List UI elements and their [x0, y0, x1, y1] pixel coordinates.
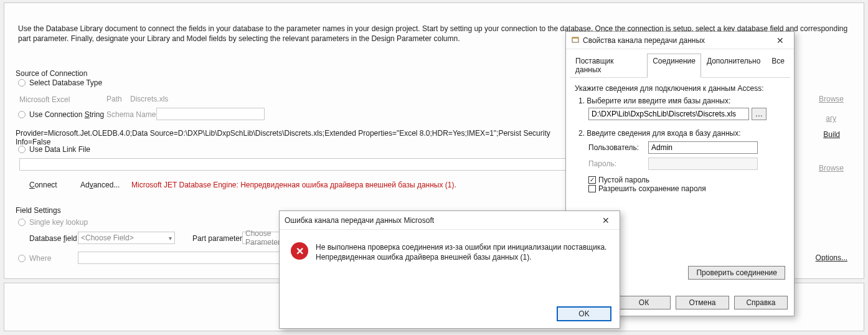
options-b: tions... [826, 253, 847, 262]
error-ok-button[interactable]: OK [557, 307, 611, 321]
props-cancel-button[interactable]: Отмена [676, 296, 729, 309]
database-field-combo-value: <Choose Field> [81, 234, 134, 242]
options-u: p [821, 253, 826, 262]
use-data-link-label: Use Data Link File [29, 145, 90, 154]
empty-password-label: Пустой пароль [598, 176, 649, 184]
error-dialog: Ошибка канала передачи данных Microsoft … [279, 210, 620, 329]
library-suffix: ary [826, 114, 836, 123]
props-intro: Укажите сведения для подключения к данны… [575, 84, 785, 93]
advanced-a: Ad [80, 181, 90, 189]
build-u: u [828, 130, 833, 139]
db-path-input[interactable] [588, 108, 749, 120]
user-input[interactable] [648, 141, 758, 154]
props-step2: 2. Введите сведения для входа в базу дан… [578, 129, 785, 138]
tab-all[interactable]: Все [766, 54, 790, 78]
database-field-a: Database [29, 234, 64, 243]
svg-rect-1 [572, 37, 578, 39]
data-link-file-input[interactable] [19, 158, 567, 171]
browse2-a: Bro [819, 164, 831, 172]
use-conn-string-text-u: S [85, 110, 90, 119]
close-icon[interactable]: ✕ [771, 34, 789, 47]
user-label: Пользователь: [588, 143, 648, 152]
where-radio[interactable] [18, 255, 26, 262]
options-a: O [816, 253, 821, 262]
select-db-type-radio[interactable] [18, 79, 26, 87]
part-parameter-label: Part parameter [192, 234, 242, 243]
empty-password-checkbox[interactable]: ✓ Пустой пароль [588, 176, 649, 184]
error-message: Не выполнена проверка соединения из-за о… [316, 242, 608, 262]
props-help-button[interactable]: Справка [734, 296, 788, 309]
tab-advanced[interactable]: Дополнительно [701, 54, 766, 78]
database-field-b: ield [65, 234, 77, 243]
pass-input [648, 158, 758, 170]
single-key-radio[interactable] [18, 219, 26, 226]
tab-provider[interactable]: Поставщик данных [570, 54, 647, 78]
test-connection-button[interactable]: Проверить соединение [688, 266, 785, 280]
save-password-label: Разрешить сохранение пароля [598, 184, 706, 193]
advanced-link[interactable]: Advanced... [80, 181, 120, 189]
connect-u: C [29, 181, 35, 189]
path-label: Path [106, 95, 122, 103]
error-titlebar: Ошибка канала передачи данных Microsoft … [280, 211, 620, 230]
single-key-label: Single key lookup [29, 218, 88, 227]
source-of-connection-label: Source of Connection [16, 69, 87, 78]
props-titlebar: Свойства канала передачи данных ✕ [566, 32, 794, 49]
advanced-b: anced... [93, 181, 120, 189]
options-button[interactable]: Options... [816, 253, 847, 262]
props-title-text: Свойства канала передачи данных [583, 36, 705, 45]
props-body: Укажите сведения для подключения к данны… [566, 78, 794, 194]
browse-db-button[interactable]: … [752, 108, 767, 120]
where-input[interactable] [78, 252, 295, 264]
tab-connection[interactable]: Соединение [647, 54, 701, 78]
save-password-checkbox[interactable]: Разрешить сохранение пароля [588, 184, 706, 193]
props-ok-button[interactable]: ОК [617, 296, 671, 309]
select-db-type-label: Select Database Type [29, 78, 102, 87]
props-tabs: Поставщик данных Соединение Дополнительн… [570, 53, 790, 78]
connect-link[interactable]: Connect [29, 181, 57, 189]
schema-name-label: Schema Name [106, 110, 156, 119]
error-icon: ✕ [291, 242, 308, 260]
browse1-a: B [819, 95, 824, 103]
database-field-combo[interactable]: <Choose Field> [78, 232, 175, 244]
pass-label: Пароль: [588, 159, 648, 168]
props-step1: 1. Выберите или введите имя базы данных: [578, 97, 785, 105]
build-b: ild [833, 130, 840, 139]
field-settings-label: Field Settings [16, 206, 61, 215]
checkbox-checked-icon: ✓ [588, 176, 596, 184]
db-type-value: Microsoft Excel [19, 95, 70, 104]
database-field-label: Database field [29, 234, 77, 243]
where-label: Where [29, 254, 51, 263]
jet-error-text: Microsoft JET Database Engine: Непредвид… [131, 181, 456, 189]
browse-2-button: Browse [819, 164, 844, 172]
build-button[interactable]: Build [823, 130, 840, 139]
checkbox-unchecked-icon [588, 185, 596, 192]
close-icon[interactable]: ✕ [597, 214, 615, 227]
browse2-b: se [836, 164, 844, 172]
browse-1-button: Browse [819, 95, 844, 103]
use-conn-string-radio[interactable] [18, 111, 26, 118]
error-title-text: Ошибка канала передачи данных Microsoft [285, 216, 434, 225]
use-conn-string-label: Use Connection String [29, 110, 104, 119]
browse2-u: w [831, 164, 836, 172]
path-value: Discrets.xls [130, 95, 168, 103]
datalink-icon [571, 36, 580, 45]
use-conn-string-text-a: Use Connection [29, 110, 85, 119]
browse1-b: owse [826, 95, 844, 103]
use-data-link-radio[interactable] [18, 146, 26, 153]
connection-string-text: Provider=Microsoft.Jet.OLEDB.4.0;Data So… [16, 129, 564, 146]
schema-name-input[interactable] [156, 108, 265, 120]
use-conn-string-text-b: tring [90, 110, 104, 119]
connect-tail: onnect [35, 181, 57, 189]
